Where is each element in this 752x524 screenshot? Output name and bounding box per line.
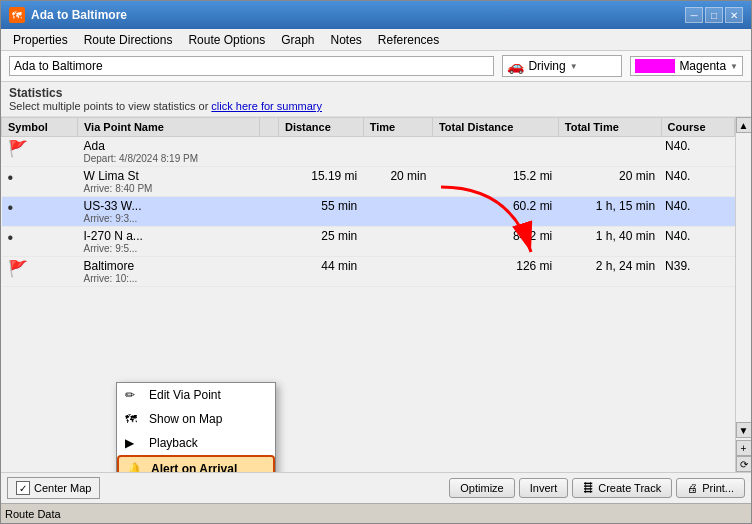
row5-total-time: 2 h, 24 min	[558, 257, 661, 287]
title-bar: 🗺 Ada to Baltimore ─ □ ✕	[1, 1, 751, 29]
invert-label: Invert	[530, 482, 558, 494]
row4-course: N40.	[661, 227, 734, 257]
row5-subtext: Arrive: 10:...	[83, 273, 253, 284]
main-area: Symbol Via Point Name Distance Time Tota…	[1, 117, 751, 472]
table-row[interactable]: 🚩 Baltimore Arrive: 10:... 44 min 126 mi…	[2, 257, 735, 287]
invert-button[interactable]: Invert	[519, 478, 569, 498]
context-show-label: Show on Map	[149, 412, 222, 426]
row3-symbol: •	[2, 197, 78, 227]
row1-spacer	[260, 137, 279, 167]
col-symbol: Symbol	[2, 118, 78, 137]
context-show-on-map[interactable]: 🗺 Show on Map	[117, 407, 275, 431]
col-total-time: Total Time	[558, 118, 661, 137]
print-button[interactable]: 🖨 Print...	[676, 478, 745, 498]
row4-time	[363, 227, 432, 257]
maximize-button[interactable]: □	[705, 7, 723, 23]
minimize-button[interactable]: ─	[685, 7, 703, 23]
route-name-input[interactable]	[9, 56, 494, 76]
row3-spacer	[260, 197, 279, 227]
center-map-checkbox[interactable]: ✓	[16, 481, 30, 495]
context-playback-label: Playback	[149, 436, 198, 450]
context-playback[interactable]: ▶ Playback	[117, 431, 275, 455]
scroll-up-button[interactable]: ▲	[736, 117, 752, 133]
context-alert-label: Alert on Arrival	[151, 462, 237, 472]
bottom-toolbar: ✓ Center Map Optimize Invert 🛤 Create Tr…	[1, 472, 751, 503]
context-edit-via-point[interactable]: ✏ Edit Via Point	[117, 383, 275, 407]
row3-course: N40.	[661, 197, 734, 227]
menu-bar: Properties Route Directions Route Option…	[1, 29, 751, 51]
row5-distance: 44 min	[278, 257, 363, 287]
statistics-section: Statistics Select multiple points to vie…	[1, 82, 751, 117]
table-area: Symbol Via Point Name Distance Time Tota…	[1, 117, 735, 472]
menu-route-options[interactable]: Route Options	[180, 31, 273, 49]
row2-name: W Lima St	[83, 169, 253, 183]
color-dropdown[interactable]: Magenta ▼	[630, 56, 743, 76]
statistics-link[interactable]: click here for summary	[211, 100, 322, 112]
table-row[interactable]: • US-33 W... Arrive: 9:3... 55 min 60.2 …	[2, 197, 735, 227]
row1-time	[363, 137, 432, 167]
row3-distance: 55 min	[278, 197, 363, 227]
dot-icon: •	[8, 199, 14, 216]
close-button[interactable]: ✕	[725, 7, 743, 23]
menu-references[interactable]: References	[370, 31, 447, 49]
table-row[interactable]: 🚩 Ada Depart: 4/8/2024 8:19 PM N40.	[2, 137, 735, 167]
title-bar-left: 🗺 Ada to Baltimore	[9, 7, 127, 23]
create-track-label: Create Track	[598, 482, 661, 494]
center-map-label: Center Map	[34, 482, 91, 494]
row4-distance: 25 min	[278, 227, 363, 257]
flag-icon: 🚩	[8, 260, 28, 277]
track-icon: 🛤	[583, 482, 594, 494]
statistics-title: Statistics	[9, 86, 743, 100]
main-window: 🗺 Ada to Baltimore ─ □ ✕ Properties Rout…	[0, 0, 752, 524]
app-icon: 🗺	[9, 7, 25, 23]
row1-name-cell: Ada Depart: 4/8/2024 8:19 PM	[77, 137, 259, 167]
table-row[interactable]: • W Lima St Arrive: 8:40 PM 15.19 mi 20 …	[2, 167, 735, 197]
row3-total-time: 1 h, 15 min	[558, 197, 661, 227]
row5-time	[363, 257, 432, 287]
optimize-button[interactable]: Optimize	[449, 478, 514, 498]
row2-distance: 15.19 mi	[278, 167, 363, 197]
edit-icon: ✏	[125, 388, 135, 402]
scrollbar[interactable]: ▲ ▼ + ⟳	[735, 117, 751, 472]
print-icon: 🖨	[687, 482, 698, 494]
scroll-extra1[interactable]: +	[736, 440, 752, 456]
statistics-description: Select multiple points to view statistic…	[9, 100, 743, 112]
menu-notes[interactable]: Notes	[323, 31, 370, 49]
row1-subtext: Depart: 4/8/2024 8:19 PM	[83, 153, 253, 164]
context-menu: ✏ Edit Via Point 🗺 Show on Map ▶ Playbac…	[116, 382, 276, 472]
scroll-extra2[interactable]: ⟳	[736, 456, 752, 472]
row5-total-distance: 126 mi	[432, 257, 558, 287]
menu-properties[interactable]: Properties	[5, 31, 76, 49]
row4-total-time: 1 h, 40 min	[558, 227, 661, 257]
row5-spacer	[260, 257, 279, 287]
col-total-distance: Total Distance	[432, 118, 558, 137]
context-alert-on-arrival[interactable]: 🔔 Alert on Arrival	[117, 455, 275, 472]
center-map-button[interactable]: ✓ Center Map	[7, 477, 100, 499]
row1-total-time	[558, 137, 661, 167]
row1-name: Ada	[83, 139, 253, 153]
row4-subtext: Arrive: 9:5...	[83, 243, 253, 254]
driving-dropdown-arrow: ▼	[570, 62, 578, 71]
dot-icon: •	[8, 169, 14, 186]
create-track-button[interactable]: 🛤 Create Track	[572, 478, 672, 498]
scroll-down-button[interactable]: ▼	[736, 422, 752, 438]
table-row[interactable]: • I-270 N a... Arrive: 9:5... 25 min 84.…	[2, 227, 735, 257]
row2-symbol: •	[2, 167, 78, 197]
col-time: Time	[363, 118, 432, 137]
driving-mode-dropdown[interactable]: 🚗 Driving ▼	[502, 55, 622, 77]
row2-name-cell: W Lima St Arrive: 8:40 PM	[77, 167, 259, 197]
dot-icon: •	[8, 229, 14, 246]
menu-graph[interactable]: Graph	[273, 31, 322, 49]
row3-name-cell: US-33 W... Arrive: 9:3...	[77, 197, 259, 227]
row3-time	[363, 197, 432, 227]
optimize-label: Optimize	[460, 482, 503, 494]
menu-route-directions[interactable]: Route Directions	[76, 31, 181, 49]
row5-course: N39.	[661, 257, 734, 287]
row4-name: I-270 N a...	[83, 229, 253, 243]
row1-distance	[278, 137, 363, 167]
flag-icon: 🚩	[8, 140, 28, 157]
row2-course: N40.	[661, 167, 734, 197]
row5-symbol: 🚩	[2, 257, 78, 287]
car-icon: 🚗	[507, 58, 524, 74]
row2-time: 20 min	[363, 167, 432, 197]
